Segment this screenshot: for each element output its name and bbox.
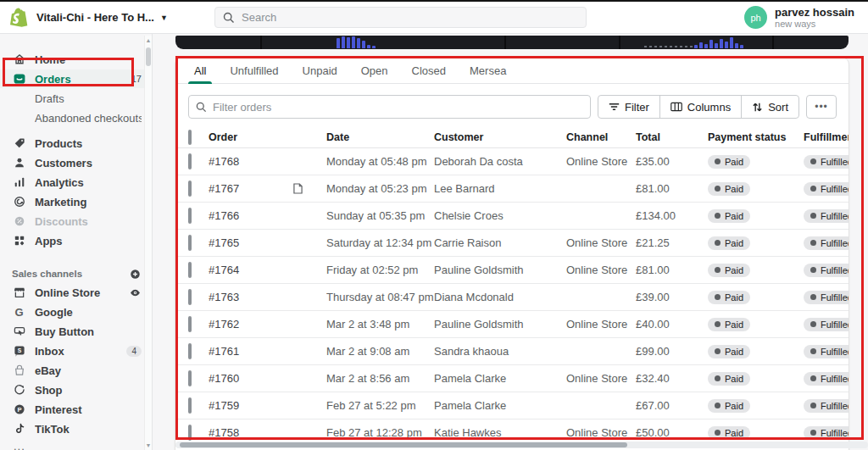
row-checkbox[interactable] xyxy=(188,208,192,224)
row-checkbox[interactable] xyxy=(188,262,192,278)
shopping-bag-icon xyxy=(12,364,26,378)
order-date: Monday at 05:48 pm xyxy=(326,155,434,168)
payment-status-badge: Paid xyxy=(708,236,750,250)
store-switcher[interactable]: Vitali-Chi - Here To H... ▼ xyxy=(0,8,203,27)
order-number[interactable]: #1762 xyxy=(209,318,239,331)
column-header-payment[interactable]: Payment status xyxy=(708,131,804,143)
column-header-date[interactable]: Date xyxy=(326,131,434,143)
orders-tab[interactable]: Unpaid xyxy=(303,58,337,84)
row-checkbox[interactable] xyxy=(188,289,192,305)
sidebar-item-home[interactable]: Home xyxy=(0,50,152,69)
filter-button[interactable]: Filter xyxy=(598,96,660,118)
order-customer: Carrie Raison xyxy=(434,236,566,249)
orders-tab[interactable]: Open xyxy=(361,58,388,84)
sidebar-item-products[interactable]: Products xyxy=(0,134,152,153)
sidebar-item-drafts[interactable]: Drafts xyxy=(0,89,152,108)
order-total: £21.25 xyxy=(636,236,708,249)
orders-tab[interactable]: Closed xyxy=(412,58,446,84)
order-row[interactable]: #1767 Monday at 05:23 pm Lee Barnard £81… xyxy=(175,175,849,203)
sidebar-item-inbox[interactable]: S Inbox 4 xyxy=(0,342,152,360)
row-checkbox[interactable] xyxy=(188,370,192,386)
scroll-down-arrow[interactable]: ▼ xyxy=(145,442,152,448)
order-number[interactable]: #1758 xyxy=(209,426,239,439)
order-number[interactable]: #1759 xyxy=(209,399,239,412)
add-sales-channel-button[interactable] xyxy=(129,268,142,281)
sidebar-item-google[interactable]: G Google xyxy=(0,303,152,321)
user-menu[interactable]: ph parvez hossain new ways xyxy=(744,6,868,29)
orders-tab[interactable]: Mersea xyxy=(470,58,506,84)
order-row[interactable]: #1761 Mar 2 at 9:08 am Sandra khaoua £99… xyxy=(175,338,849,365)
sidebar-item-apps[interactable]: Apps xyxy=(0,231,152,250)
order-row[interactable]: #1760 Mar 2 at 8:56 am Pamela Clarke Onl… xyxy=(175,365,849,392)
column-header-channel[interactable]: Channel xyxy=(566,131,636,143)
filter-icon xyxy=(609,102,620,112)
order-number[interactable]: #1761 xyxy=(209,345,239,358)
status-dot xyxy=(715,240,721,246)
select-all-checkbox[interactable] xyxy=(188,130,192,145)
sort-button[interactable]: Sort xyxy=(742,96,798,118)
column-header-order[interactable]: Order xyxy=(209,131,326,143)
order-number[interactable]: #1764 xyxy=(209,264,239,276)
sidebar-item-tiktok[interactable]: TikTok xyxy=(0,419,152,438)
row-checkbox[interactable] xyxy=(188,397,192,414)
sidebar-item-orders[interactable]: Orders 17 xyxy=(0,69,152,88)
order-total: £134.00 xyxy=(636,209,708,222)
order-number[interactable]: #1765 xyxy=(209,236,239,249)
fulfillment-status-badge: Fulfilled xyxy=(804,291,849,304)
order-number[interactable]: #1760 xyxy=(209,372,239,385)
orders-tab[interactable]: Unfulfilled xyxy=(230,58,278,84)
columns-button[interactable]: Columns xyxy=(660,96,742,118)
more-actions-button[interactable]: ••• xyxy=(806,95,837,119)
avatar: ph xyxy=(744,6,767,29)
order-row[interactable]: #1759 Feb 27 at 5:22 pm Pamela Clarke £6… xyxy=(175,392,849,419)
sidebar-overflow-button[interactable]: ... xyxy=(0,440,152,450)
sidebar-item-ebay[interactable]: eBay xyxy=(0,361,152,380)
sidebar-item-analytics[interactable]: Analytics xyxy=(0,173,152,192)
orders-tab[interactable]: All xyxy=(194,58,206,84)
sidebar-item-discounts[interactable]: Discounts xyxy=(0,212,152,231)
sidebar-scrollbar-thumb[interactable] xyxy=(146,47,151,66)
order-total: £67.00 xyxy=(636,399,708,412)
order-row[interactable]: #1765 Saturday at 12:34 pm Carrie Raison… xyxy=(175,230,849,257)
horizontal-scrollbar-thumb[interactable] xyxy=(180,442,627,447)
user-subtitle: new ways xyxy=(775,19,854,29)
order-total: £40.00 xyxy=(636,318,708,331)
order-number[interactable]: #1766 xyxy=(209,209,239,222)
order-number[interactable]: #1763 xyxy=(209,291,239,303)
column-header-customer[interactable]: Customer xyxy=(434,131,566,143)
order-customer: Sandra khaoua xyxy=(434,345,566,358)
order-row[interactable]: #1763 Thursday at 08:47 pm Diana Mcdonal… xyxy=(175,284,849,311)
scroll-up-arrow[interactable]: ▲ xyxy=(145,37,152,43)
status-dot xyxy=(810,186,816,192)
sidebar-item-marketing[interactable]: Marketing xyxy=(0,192,152,211)
status-dot xyxy=(810,158,816,164)
column-header-fulfillment[interactable]: Fulfillment xyxy=(804,131,849,143)
sidebar-item-buy-button[interactable]: Buy Button xyxy=(0,322,152,341)
order-row[interactable]: #1764 Friday at 02:52 pm Pauline Goldsmi… xyxy=(175,257,849,284)
order-row[interactable]: #1762 Mar 2 at 3:48 pm Pauline Goldsmith… xyxy=(175,311,849,338)
column-header-total[interactable]: Total xyxy=(636,131,708,143)
sidebar-item-customers[interactable]: Customers xyxy=(0,153,152,172)
filter-orders-input[interactable]: Filter orders xyxy=(188,95,591,119)
sidebar-item-shop[interactable]: Shop xyxy=(0,381,152,399)
row-checkbox[interactable] xyxy=(188,181,192,197)
row-checkbox[interactable] xyxy=(188,316,192,332)
row-checkbox[interactable] xyxy=(188,343,192,359)
order-number[interactable]: #1768 xyxy=(209,155,239,168)
sidebar-item-abandoned-checkouts[interactable]: Abandoned checkouts xyxy=(0,108,152,127)
row-checkbox[interactable] xyxy=(188,235,192,251)
row-checkbox[interactable] xyxy=(188,425,192,441)
order-row[interactable]: #1768 Monday at 05:48 pm Deborah Da cost… xyxy=(175,148,849,175)
sidebar-item-online-store[interactable]: Online Store xyxy=(0,283,152,302)
order-row[interactable]: #1766 Sunday at 05:35 pm Chelsie Croes £… xyxy=(175,203,849,230)
order-customer: Chelsie Croes xyxy=(434,209,566,222)
horizontal-scrollbar[interactable] xyxy=(175,442,868,448)
order-number[interactable]: #1767 xyxy=(209,182,239,195)
status-dot xyxy=(810,403,816,408)
sidebar-item-pinterest[interactable]: P Pinterest xyxy=(0,400,152,419)
row-checkbox[interactable] xyxy=(188,153,192,169)
sidebar-nav: Home Orders 17 Drafts Abandoned checkout… xyxy=(0,34,153,450)
eye-icon[interactable] xyxy=(129,286,142,299)
global-search-input[interactable]: Search xyxy=(214,7,587,28)
sidebar-scrollbar[interactable]: ▲ ▼ xyxy=(144,36,152,450)
